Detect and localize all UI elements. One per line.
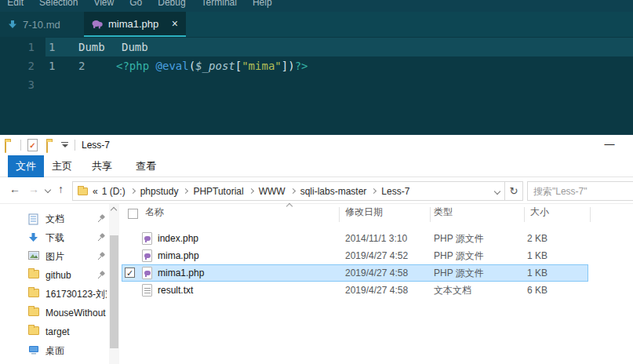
breadcrumb-collapse[interactable]: « [93,186,98,197]
tab-label: mima1.php [108,18,158,30]
php-file-icon [142,249,152,262]
window-folder-icon [5,140,6,153]
pin-icon [97,214,106,223]
line-number: 3 [0,75,35,94]
desktop-icon [28,345,39,355]
file-type: 文本文档 [434,282,471,299]
history-dropdown-icon[interactable] [45,187,51,193]
ribbon-tab-home[interactable]: 主页 [44,155,80,177]
tab-7-10-md[interactable]: 7-10.md [0,12,84,37]
file-date: 2019/4/27 4:52 [345,247,408,264]
breadcrumb-phpstudy[interactable]: phpstudy [140,186,179,197]
code-editor[interactable]: 1 1 Dumb Dumb 2 1 2 <?php @eval($_post["… [0,37,633,134]
column-date[interactable]: 修改日期 [345,206,383,219]
column-name[interactable]: 名称 [145,206,164,219]
menu-edit[interactable]: Edit [7,0,24,8]
line-number: 1 [0,38,35,56]
breadcrumb-less-7[interactable]: Less-7 [381,186,409,197]
bracket: [ [235,60,242,72]
menu-debug[interactable]: Debug [158,0,185,8]
close-tab-icon[interactable]: × [172,18,178,29]
file-name: result.txt [158,282,193,299]
up-button[interactable]: ↑ [58,183,64,195]
markdown-download-icon [8,20,17,29]
php-file-icon [142,267,152,279]
refresh-button[interactable]: ↻ [505,181,523,201]
column-divider[interactable] [430,207,431,222]
explorer-titlebar: ✓ Less-7 — [0,135,633,155]
column-divider[interactable] [339,207,340,222]
file-name: mima1.php [158,264,204,282]
file-type: PHP 源文件 [434,230,484,247]
post-variable: $_post [195,60,235,72]
string-literal: "mima" [242,60,282,72]
row-checkbox-checked[interactable]: ✓ [125,268,135,278]
menu-help[interactable]: Help [253,0,272,8]
ribbon-tab-share[interactable]: 共享 [84,155,120,177]
sidebar-label: 文档 [45,209,64,228]
chevron-right-icon [183,188,188,194]
breadcrumb-www[interactable]: WWW [259,186,286,197]
sidebar-item-documents[interactable]: 文档 [0,209,108,228]
code-text: 1 [49,56,55,75]
file-row-index-php[interactable]: index.php 2014/11/1 3:10 PHP 源文件 2 KB [0,230,633,247]
sidebar-item-mousewithout[interactable]: MouseWithout [0,304,108,322]
editor-line-3: 3 [0,75,633,94]
sidebar-item-desktop[interactable]: 桌面 [0,341,108,360]
menu-go[interactable]: Go [129,0,142,8]
code-text: Dumb [78,38,105,56]
tab-mima1-php[interactable]: mima1.php × [84,12,186,37]
back-button[interactable]: ← [9,183,20,195]
forward-button[interactable]: → [28,183,39,195]
scroll-up-icon[interactable] [111,207,117,213]
menu-selection[interactable]: Selection [39,0,78,8]
breadcrumb-sqli-labs[interactable]: sqli-labs-master [300,186,367,197]
breadcrumb: « 1 (D:) phpstudy PHPTutorial WWW sqli-l… [93,186,490,197]
file-size: 2 KB [500,230,548,247]
address-field[interactable]: « 1 (D:) phpstudy PHPTutorial WWW sqli-l… [72,181,505,201]
minimize-button[interactable]: — [596,136,623,154]
column-size[interactable]: 大小 [530,206,549,219]
menu-terminal[interactable]: Terminal [202,0,237,8]
ribbon-tab-file[interactable]: 文件 [8,155,44,177]
file-size: 1 KB [500,247,548,264]
divider [75,140,75,151]
code-text: 1 [49,38,55,56]
file-row-mima-php[interactable]: mima.php 2019/4/27 4:52 PHP 源文件 1 KB [0,247,633,264]
ribbon-tab-view[interactable]: 查看 [128,155,164,177]
column-divider[interactable] [590,207,591,222]
sidebar-label: 桌面 [45,341,64,360]
chevron-right-icon [130,188,136,194]
editor-tabstrip: 7-10.md mima1.php × [0,12,633,37]
qat-dropdown-icon[interactable] [61,142,68,143]
address-dropdown-icon[interactable] [494,187,500,194]
column-type[interactable]: 类型 [434,206,453,219]
file-list-header: 名称 修改日期 类型 大小 [126,206,633,224]
tab-label: 7-10.md [23,19,60,31]
breadcrumb-phptutorial[interactable]: PHPTutorial [193,186,243,197]
file-date: 2019/4/27 4:58 [345,264,408,282]
column-divider[interactable] [524,207,525,222]
search-box [527,181,633,201]
file-explorer-window: ✓ Less-7 — 文件 主页 共享 查看 ← → ↑ « 1 (D:) ph… [0,134,633,364]
vscode-window: File Edit Selection View Go Debug Termin… [0,0,633,134]
sidebar-item-target[interactable]: target [0,322,108,341]
paren: ( [189,60,195,72]
sort-ascending-icon [286,203,293,209]
folder-icon [28,308,39,316]
file-date: 2019/4/27 4:58 [345,282,408,299]
address-folder-icon [78,187,88,195]
breadcrumb-drive[interactable]: 1 (D:) [102,186,126,197]
folder-icon [28,326,39,335]
php-open-tag: <?php [116,60,156,72]
menu-view[interactable]: View [93,0,114,8]
file-name: index.php [158,230,198,247]
qat-new-folder-icon[interactable] [46,140,48,153]
ribbon-tabs: 文件 主页 共享 查看 [0,155,633,177]
select-all-checkbox[interactable] [128,209,138,219]
qat-properties-check-icon[interactable]: ✓ [27,139,38,151]
code-text: 2 [78,56,85,75]
file-row-result-txt[interactable]: result.txt 2019/4/27 4:58 文本文档 6 KB [0,282,633,299]
search-input[interactable] [528,182,633,200]
file-row-mima1-php-selected[interactable]: ✓ mima1.php 2019/4/27 4:58 PHP 源文件 1 KB [0,264,633,282]
